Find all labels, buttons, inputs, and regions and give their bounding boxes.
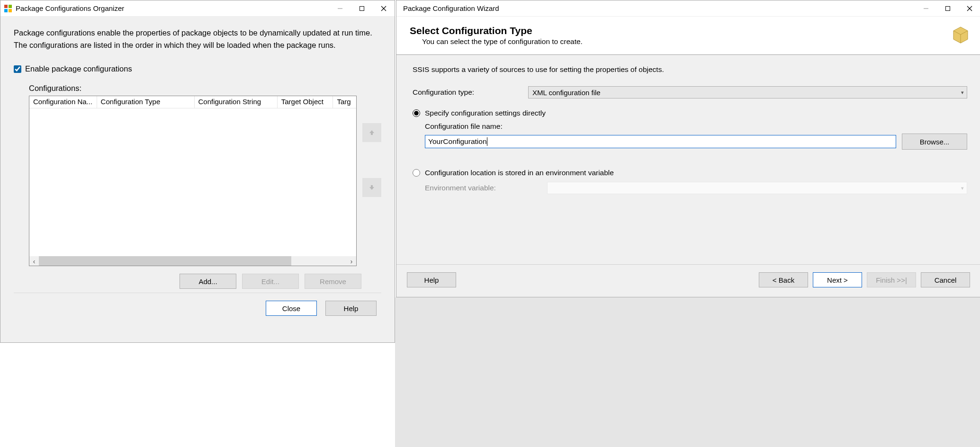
configuration-type-value: XML configuration file	[532, 89, 601, 97]
wizard-close-button[interactable]	[959, 1, 980, 16]
environment-variable-select: ▾	[547, 182, 967, 194]
configurations-list[interactable]: Configuration Na... Configuration Type C…	[29, 96, 357, 266]
move-down-button[interactable]	[362, 178, 381, 197]
column-target-object[interactable]: Target Object	[278, 96, 333, 108]
browse-button[interactable]: Browse...	[902, 134, 967, 150]
app-icon	[4, 5, 12, 12]
chevron-down-icon: ▾	[961, 185, 964, 191]
next-button[interactable]: Next >	[813, 272, 862, 287]
configurations-label: Configurations:	[29, 84, 381, 93]
column-configuration-name[interactable]: Configuration Na...	[29, 96, 97, 108]
finish-button: Finish >>|	[867, 272, 916, 287]
configuration-type-select[interactable]: XML configuration file ▾	[528, 86, 967, 98]
column-configuration-string[interactable]: Configuration String	[195, 96, 278, 108]
cancel-button[interactable]: Cancel	[921, 272, 970, 287]
wizard-header-title: Select Configuration Type	[410, 25, 951, 36]
separator	[14, 293, 381, 293]
enable-package-configurations-checkbox[interactable]	[14, 65, 21, 73]
add-button[interactable]: Add...	[180, 274, 236, 289]
back-button[interactable]: < Back	[759, 272, 808, 287]
specify-directly-label: Specify configuration settings directly	[425, 109, 546, 117]
package-icon	[951, 25, 970, 44]
organizer-titlebar: Package Configurations Organizer	[0, 0, 395, 17]
configuration-file-name-value: YourConfiguration	[428, 137, 487, 146]
wizard-header: Select Configuration Type You can select…	[396, 17, 980, 55]
wizard-header-subtitle: You can select the type of configuration…	[422, 37, 951, 46]
enable-package-configurations-label: Enable package configurations	[25, 64, 132, 73]
minimize-button[interactable]	[329, 1, 351, 16]
env-variable-label: Configuration location is stored in an e…	[425, 169, 614, 177]
organizer-title: Package Configurations Organizer	[16, 4, 329, 12]
configurations-list-body	[29, 108, 356, 256]
column-configuration-type[interactable]: Configuration Type	[97, 96, 195, 108]
help-button[interactable]: Help	[325, 301, 377, 316]
scroll-right-icon[interactable]: ›	[347, 256, 356, 266]
svg-rect-1	[9, 5, 12, 8]
wizard-minimize-button[interactable]	[915, 1, 937, 16]
remove-button: Remove	[305, 274, 361, 289]
svg-rect-3	[9, 9, 12, 12]
chevron-down-icon: ▾	[961, 89, 964, 96]
text-caret	[487, 137, 487, 146]
scroll-thumb[interactable]	[39, 256, 291, 266]
env-variable-radio[interactable]	[413, 169, 420, 177]
configuration-file-name-label: Configuration file name:	[425, 122, 967, 131]
svg-rect-9	[946, 6, 950, 10]
wizard-title: Package Configuration Wizard	[400, 4, 915, 12]
configuration-file-name-input[interactable]: YourConfiguration	[425, 135, 896, 148]
column-target-property[interactable]: Targ	[333, 96, 356, 108]
wizard-support-text: SSIS supports a variety of sources to us…	[413, 65, 967, 74]
svg-rect-5	[360, 6, 364, 10]
environment-variable-label: Environment variable:	[425, 184, 547, 192]
wizard-help-button[interactable]: Help	[407, 272, 456, 287]
horizontal-scrollbar[interactable]: ‹ ›	[29, 256, 356, 266]
svg-rect-0	[4, 5, 8, 8]
move-up-button[interactable]	[362, 123, 381, 142]
configuration-type-label: Configuration type:	[413, 88, 528, 97]
wizard-maximize-button[interactable]	[937, 1, 959, 16]
specify-directly-radio[interactable]	[413, 109, 420, 117]
wizard-titlebar: Package Configuration Wizard	[396, 0, 980, 17]
close-dialog-button[interactable]: Close	[266, 301, 317, 316]
scroll-left-icon[interactable]: ‹	[29, 256, 39, 266]
arrow-up-icon	[369, 129, 375, 136]
edit-button: Edit...	[242, 274, 299, 289]
arrow-down-icon	[369, 184, 375, 191]
configurations-list-headers: Configuration Na... Configuration Type C…	[29, 96, 356, 108]
svg-rect-2	[4, 9, 8, 12]
maximize-button[interactable]	[351, 1, 373, 16]
close-button[interactable]	[373, 1, 395, 16]
organizer-description: Package configurations enable the proper…	[14, 27, 381, 51]
